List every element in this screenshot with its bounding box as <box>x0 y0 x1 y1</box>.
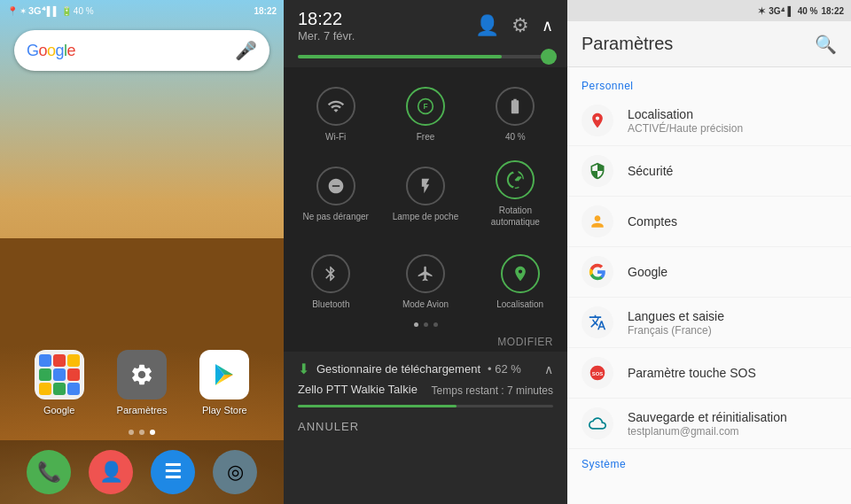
download-app-name: Zello PTT Walkie Talkie <box>298 383 418 396</box>
settings-bt-icon: ✶ <box>758 6 765 16</box>
home-signal-icon: ▌▌ <box>47 6 59 16</box>
location-icon <box>501 254 540 293</box>
play-triangle-icon <box>210 361 238 389</box>
dot-3 <box>150 430 155 435</box>
wallpaper <box>0 0 284 504</box>
settings-battery-pct: 40 % <box>798 6 818 16</box>
dock-camera[interactable]: ◎ <box>213 450 257 494</box>
accounts-text: Comptes <box>628 214 837 229</box>
notif-date: Mer. 7 févr. <box>298 29 355 43</box>
battery-icon <box>496 87 535 126</box>
dock-phone[interactable]: 📞 <box>27 450 71 494</box>
language-subtitle: Français (France) <box>628 324 837 337</box>
home-location-icon: 📍 <box>7 6 18 16</box>
voice-search-icon[interactable]: 🎤 <box>235 40 257 61</box>
tile-airplane[interactable]: Mode Avion <box>379 244 473 317</box>
tile-dnd[interactable]: Ne pas déranger <box>291 150 380 235</box>
tile-battery[interactable]: 40 % <box>471 76 560 150</box>
tile-flashlight-label: Lampe de poche <box>393 211 459 222</box>
download-notification[interactable]: ⬇ Gestionnaire de téléchargement • 62 % … <box>284 352 567 504</box>
settings-toolbar: Paramètres 🔍 <box>567 21 851 67</box>
cancel-download-button[interactable]: ANNULER <box>298 420 359 433</box>
home-page-dots <box>0 430 284 435</box>
flashlight-icon <box>406 167 445 205</box>
settings-screen: ✶ 3G⁴ ▌ 40 % 18:22 Paramètres 🔍 Personne… <box>567 0 851 504</box>
ndot-2 <box>424 322 428 327</box>
sos-text: Paramètre touche SOS <box>628 366 837 380</box>
settings-item-security[interactable]: Sécurité <box>567 146 851 197</box>
home-battery-pct: 40 % <box>74 6 94 16</box>
airplane-icon <box>406 254 445 293</box>
gear-icon <box>129 362 154 387</box>
dot-2 <box>139 430 144 435</box>
brightness-track[interactable] <box>298 55 553 58</box>
tile-bluetooth-label: Bluetooth <box>312 299 349 310</box>
tile-airplane-label: Mode Avion <box>402 299 449 310</box>
settings-item-sos[interactable]: SOS Paramètre touche SOS <box>567 348 851 399</box>
notif-time-date: 18:22 Mer. 7 févr. <box>298 9 355 43</box>
tile-rotation[interactable]: Rotation automatique <box>471 150 560 235</box>
download-time: Temps restant : 7 minutes <box>432 384 553 397</box>
home-screen: 📍 ✶ 3G⁴ ▌▌ 🔋 40 % 18:22 Google 🎤 <box>0 0 284 504</box>
location-settings-icon <box>582 105 613 136</box>
settings-item-location[interactable]: Localisation ACTIVÉ/Haute précision <box>567 96 851 146</box>
location-text: Localisation ACTIVÉ/Haute précision <box>628 107 837 135</box>
home-battery-icon: 🔋 <box>61 6 72 16</box>
google-title: Google <box>628 265 837 279</box>
download-title: Gestionnaire de téléchargement <box>316 362 480 376</box>
notif-user-icon[interactable]: 👤 <box>475 14 499 37</box>
settings-item-accounts[interactable]: Comptes <box>567 197 851 247</box>
app-label-settings: Paramètres <box>117 405 168 415</box>
app-icon-google[interactable]: Google <box>27 350 91 415</box>
security-title: Sécurité <box>628 164 837 178</box>
brightness-fill <box>298 55 502 58</box>
tile-rotation-label: Rotation automatique <box>474 205 557 228</box>
download-header: ⬇ Gestionnaire de téléchargement • 62 % … <box>298 361 553 377</box>
modifier-bar: MODIFIER <box>284 332 567 352</box>
wifi-icon <box>316 87 355 126</box>
accounts-title: Comptes <box>628 214 837 229</box>
tile-wifi-label: Wi-Fi <box>325 131 346 143</box>
download-expand-icon[interactable]: ∧ <box>544 362 553 376</box>
modifier-button[interactable]: MODIFIER <box>497 336 553 348</box>
home-time: 18:22 <box>254 6 277 16</box>
svg-text:SOS: SOS <box>592 371 603 376</box>
download-progress-bar <box>298 405 553 407</box>
notif-header: 18:22 Mer. 7 févr. 👤 ⚙ ∧ <box>284 0 567 48</box>
tile-battery-label: 40 % <box>505 131 526 143</box>
settings-item-backup[interactable]: Sauvegarde et réinitialisation testplanu… <box>567 399 851 449</box>
google-search-bar[interactable]: Google 🎤 <box>14 30 269 71</box>
notif-time: 18:22 <box>298 9 355 29</box>
dock-messages[interactable]: ☰ <box>151 450 195 494</box>
tile-location[interactable]: Localisation <box>472 244 567 317</box>
settings-search-button[interactable]: 🔍 <box>815 34 837 55</box>
dock-contacts[interactable]: 👤 <box>89 450 133 494</box>
location-subtitle: ACTIVÉ/Haute précision <box>628 122 837 135</box>
language-title: Langues et saisie <box>628 309 837 323</box>
home-dock: 📞 👤 ☰ ◎ <box>0 440 284 504</box>
ndot-1 <box>414 322 418 327</box>
section-system-header: Système <box>567 449 851 474</box>
sos-title: Paramètre touche SOS <box>628 366 837 380</box>
brightness-slider[interactable] <box>284 48 567 67</box>
tile-flashlight[interactable]: Lampe de poche <box>380 150 470 235</box>
settings-status-bar: ✶ 3G⁴ ▌ 40 % 18:22 <box>567 0 851 21</box>
tile-free[interactable]: F Free <box>380 76 470 150</box>
notif-collapse-icon[interactable]: ∧ <box>542 16 553 35</box>
tile-wifi[interactable]: Wi-Fi <box>291 76 380 150</box>
settings-item-google[interactable]: Google <box>567 247 851 298</box>
app-icon-playstore[interactable]: Play Store <box>192 350 256 415</box>
home-status-icons: 📍 ✶ 3G⁴ ▌▌ 🔋 40 % <box>7 5 94 17</box>
settings-title: Paramètres <box>582 34 673 54</box>
notif-gear-icon[interactable]: ⚙ <box>511 14 529 37</box>
tile-bluetooth[interactable]: Bluetooth <box>284 244 379 317</box>
rotation-icon <box>496 160 535 199</box>
security-text: Sécurité <box>628 164 837 178</box>
app-icon-settings[interactable]: Paramètres <box>110 350 174 415</box>
settings-item-language[interactable]: Langues et saisie Français (France) <box>567 298 851 348</box>
home-bt-icon: ✶ <box>20 6 27 16</box>
sos-settings-icon: SOS <box>582 357 613 389</box>
app-label-playstore: Play Store <box>202 405 247 415</box>
language-settings-icon <box>582 306 613 338</box>
brightness-thumb <box>541 49 557 65</box>
